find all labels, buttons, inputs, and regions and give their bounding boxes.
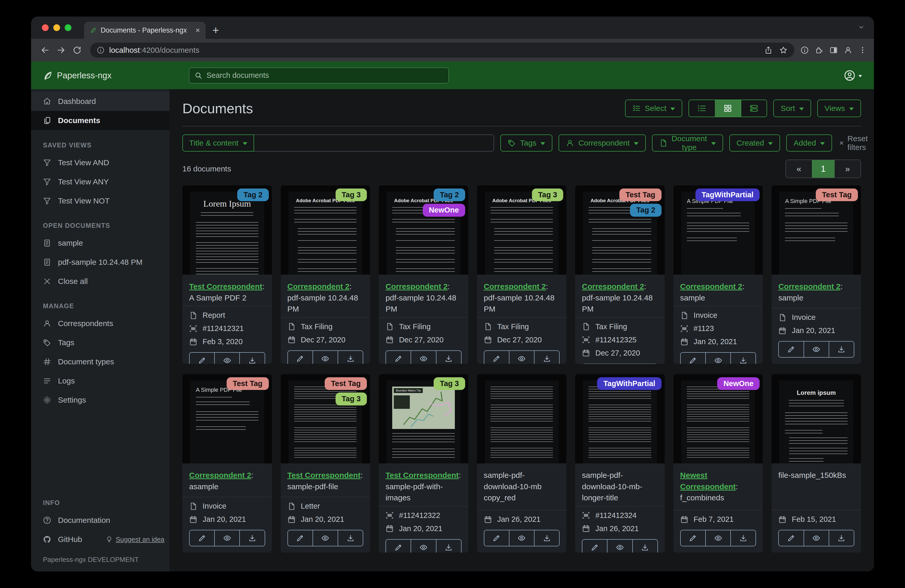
title-content-dropdown[interactable]: Title & content [183,135,254,152]
edit-button[interactable] [680,530,706,546]
new-tab-button[interactable]: + [213,24,219,37]
document-thumbnail[interactable]: Lorem Ipsum Tag 2 [183,185,272,274]
pagination-next[interactable]: » [835,160,861,178]
tag-chip-newone[interactable]: NewOne [423,204,465,216]
tag-chip-tag-2[interactable]: Tag 2 [630,204,662,216]
edit-button[interactable] [484,530,510,546]
download-button[interactable] [535,530,560,546]
address-bar[interactable]: localhost:4200/documents [90,43,794,58]
document-thumbnail[interactable]: Adobe Acrobat PDF Files Tag 3 [281,185,370,274]
preview-button[interactable] [608,539,633,553]
sidebar-item-settings[interactable]: Settings [31,390,170,410]
tag-chip-tag-2[interactable]: Tag 2 [433,189,465,201]
share-icon[interactable] [764,46,773,54]
user-menu[interactable] [844,70,862,81]
select-button[interactable]: Select [625,100,682,117]
tag-chip-test-tag[interactable]: Test Tag [325,377,367,390]
site-info-icon[interactable] [97,46,105,54]
tag-chip-newone[interactable]: NewOne [717,377,760,390]
sidebar-item-close-all[interactable]: Close all [31,272,170,291]
preview-button[interactable] [411,539,436,553]
page-info-icon[interactable] [800,46,809,54]
correspondent-link[interactable]: Newest Correspondent [680,471,736,491]
bookmark-star-icon[interactable] [779,46,788,54]
views-button[interactable]: Views [817,100,861,117]
minimize-window-button[interactable] [53,24,60,31]
sidebar-item-test-view-and[interactable]: Test View AND [31,153,170,172]
preview-button[interactable] [706,530,731,546]
tag-chip-test-tag[interactable]: Test Tag [816,189,858,201]
view-details-button[interactable] [741,100,767,117]
sidebar-item-document-types[interactable]: Document types [31,352,170,371]
document-thumbnail[interactable]: Adobe Acrobat PDF Files Tag 2NewOne [379,185,468,274]
edit-button[interactable] [189,352,215,364]
edit-button[interactable] [386,539,411,553]
document-thumbnail[interactable] [477,374,567,463]
sidebar-item-documentation[interactable]: Documentation [31,511,170,530]
sidebar-item-sample[interactable]: sample [31,233,170,253]
sidebar-item-pdf-sample-10-24-48-pm[interactable]: pdf-sample 10.24.48 PM [31,253,170,272]
correspondent-link[interactable]: Correspondent 2 [484,282,546,291]
tag-chip-tag-2[interactable]: Tag 2 [237,189,269,201]
sidebar-item-documents[interactable]: Documents [31,111,170,130]
download-button[interactable] [731,352,756,364]
split-view-icon[interactable] [829,46,838,54]
edit-button[interactable] [778,530,804,546]
preview-button[interactable] [804,530,829,546]
tab-close-icon[interactable]: × [195,26,200,35]
created-filter-button[interactable]: Created [729,135,780,152]
tag-chip-test-tag[interactable]: Test Tag [619,189,662,201]
preview-button[interactable] [313,350,338,364]
document-thumbnail[interactable]: A Simple PDF File Test Tag [183,374,272,463]
tag-chip-tagwithpartial[interactable]: TagWithPartial [597,377,662,390]
maximize-window-button[interactable] [65,24,71,31]
browser-menu-kebab-icon[interactable] [859,46,867,54]
edit-button[interactable] [484,350,510,364]
download-button[interactable] [240,352,265,364]
edit-button[interactable] [582,364,608,364]
correspondent-link[interactable]: Test Correspondent [189,282,262,291]
reset-filters-button[interactable]: × Reset filters [839,134,868,152]
preview-button[interactable] [706,352,731,364]
tag-chip-tag-3[interactable]: Tag 3 [335,189,367,201]
document-type-filter-button[interactable]: Document type [652,135,723,152]
document-thumbnail[interactable]: Adobe Acrobat PDF Files Test TagTag 2 [575,185,665,274]
download-button[interactable] [633,539,658,553]
correspondent-filter-button[interactable]: Correspondent [559,135,646,152]
document-thumbnail[interactable]: A Simple PDF File TagWithPartial [673,185,763,274]
suggest-an-idea-link[interactable]: Suggest an idea [106,536,164,544]
preview-button[interactable] [608,364,633,364]
edit-button[interactable] [287,530,313,546]
preview-button[interactable] [510,350,535,364]
correspondent-link[interactable]: Correspondent 2 [778,282,840,291]
tags-filter-button[interactable]: Tags [500,135,553,152]
edit-button[interactable] [189,530,215,546]
preview-button[interactable] [215,352,240,364]
edit-button[interactable] [582,539,608,553]
document-thumbnail[interactable]: NewOne [673,374,763,463]
correspondent-link[interactable]: Correspondent 2 [582,282,644,291]
download-button[interactable] [633,364,658,364]
view-grid-button[interactable] [715,100,741,117]
browser-tab[interactable]: Documents - Paperless-ngx × [84,22,206,39]
download-button[interactable] [338,350,363,364]
edit-button[interactable] [680,352,706,364]
sidebar-item-correspondents[interactable]: Correspondents [31,314,170,333]
correspondent-link[interactable]: Correspondent 2 [386,282,448,291]
edit-button[interactable] [287,350,313,364]
tag-chip-tag-3[interactable]: Tag 3 [335,393,367,405]
download-button[interactable] [829,530,854,546]
browser-profile-icon[interactable] [844,46,852,54]
correspondent-link[interactable]: Test Correspondent [386,471,459,479]
preview-button[interactable] [804,341,829,358]
document-thumbnail[interactable]: Lorem ipsum [772,374,861,463]
pagination-page-1[interactable]: 1 [812,160,835,178]
extensions-puzzle-icon[interactable] [815,46,823,54]
tag-chip-test-tag[interactable]: Test Tag [227,377,269,390]
reload-button[interactable] [70,43,84,57]
filter-text-input[interactable] [254,135,494,152]
sidebar-item-dashboard[interactable]: Dashboard [31,92,170,111]
preview-button[interactable] [411,350,436,364]
tag-chip-tagwithpartial[interactable]: TagWithPartial [695,189,760,201]
preview-button[interactable] [313,530,338,546]
